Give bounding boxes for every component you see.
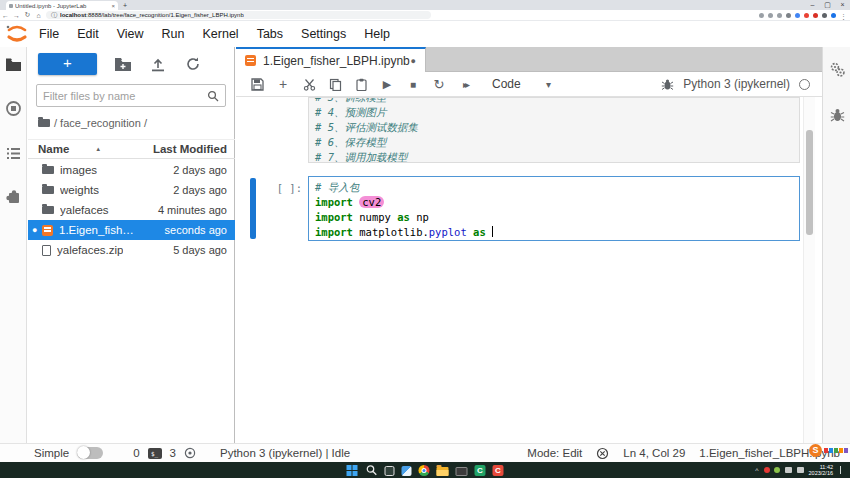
refresh-icon[interactable] (184, 56, 202, 72)
file-row-yalefaces-zip[interactable]: yalefaces.zip5 days ago (28, 240, 235, 260)
cell-collapser[interactable] (250, 178, 256, 239)
notebook-tab[interactable]: 1.Eigen_fisher_LBPH.ipynb ● (236, 47, 426, 72)
menu-view[interactable]: View (108, 21, 153, 47)
table-of-contents-icon[interactable] (5, 145, 22, 162)
minimize-button[interactable]: – (805, 0, 820, 10)
property-inspector-icon[interactable] (829, 61, 846, 78)
debugger-sidebar-icon[interactable] (829, 107, 846, 124)
menu-edit[interactable]: Edit (68, 21, 108, 47)
tray-ime-icon[interactable] (785, 467, 792, 473)
extension-icon[interactable] (786, 13, 791, 18)
running-sessions-icon[interactable] (5, 100, 22, 117)
file-row-1-eigen-fish-[interactable]: ●1.Eigen_fish…seconds ago (28, 220, 235, 240)
run-cell-button[interactable]: ▶ (374, 78, 400, 91)
file-filter-input[interactable] (37, 90, 207, 102)
taskbar-clock[interactable]: 11:42 2023/2/16 (809, 464, 833, 477)
browser-menu-icon[interactable]: ⋮ (840, 13, 845, 18)
debugger-bug-icon[interactable] (661, 78, 674, 91)
cell2-editor[interactable]: # 导入包import cv2import numpy as npimport … (308, 176, 800, 241)
restart-kernel-button[interactable]: ↻ (426, 77, 452, 92)
column-last-modified[interactable]: Last Modified (153, 143, 227, 155)
code-token: pyplot (429, 226, 467, 238)
kernels-count[interactable]: 3 (170, 447, 176, 459)
browser-tab[interactable]: Untitled.ipynb - JupyterLab × (6, 1, 118, 10)
site-info-icon[interactable]: ⓘ (51, 11, 57, 20)
add-cell-button[interactable]: + (270, 76, 296, 92)
search-icon[interactable] (366, 464, 378, 476)
extension-icon[interactable] (831, 13, 836, 18)
sort-ascending-icon[interactable]: ▲ (95, 146, 101, 152)
menu-tabs[interactable]: Tabs (248, 21, 292, 47)
simple-mode-label: Simple (34, 447, 69, 459)
paste-cells-button[interactable] (348, 77, 374, 91)
new-tab-button[interactable]: + (123, 1, 127, 10)
extension-icon[interactable] (795, 13, 800, 18)
file-browser-icon[interactable] (5, 56, 22, 73)
column-name[interactable]: Name (38, 143, 69, 155)
mode-indicator[interactable]: Mode: Edit (527, 447, 582, 459)
cut-cells-button[interactable] (296, 77, 322, 91)
menu-file[interactable]: File (30, 21, 68, 47)
extension-icon[interactable] (768, 13, 773, 18)
cell-type-dropdown[interactable]: Code ▾ (492, 77, 551, 91)
kernel-name[interactable]: Python 3 (ipykernel) (683, 77, 790, 91)
app-red-icon[interactable]: C (493, 465, 504, 476)
extension-icon[interactable] (822, 13, 827, 18)
maximize-button[interactable]: ▢ (820, 0, 835, 10)
reload-icon[interactable]: ↻ (22, 11, 33, 19)
copy-cells-button[interactable] (322, 77, 348, 91)
tray-status-icon[interactable] (764, 467, 770, 473)
cursor-position[interactable]: Ln 4, Col 29 (623, 447, 685, 459)
notebook-scrollbar[interactable] (803, 97, 815, 443)
extension-icon[interactable] (759, 13, 764, 18)
kernel-status-text[interactable]: Python 3 (ipykernel) | Idle (220, 447, 350, 459)
menu-run[interactable]: Run (153, 21, 194, 47)
unsaved-changes-dot[interactable]: ● (411, 56, 416, 66)
terminal-icon[interactable]: $_ (148, 448, 162, 459)
tray-volume-icon[interactable] (797, 467, 804, 473)
restart-run-all-button[interactable]: ▸▸ (452, 79, 478, 90)
explorer-icon[interactable] (437, 467, 449, 476)
windows-taskbar: CC ^ 11:42 2023/2/16 (0, 462, 850, 478)
chrome-icon[interactable] (419, 465, 430, 476)
extension-icon[interactable] (813, 13, 818, 18)
file-row-images[interactable]: images2 days ago (28, 160, 235, 180)
terminal-icon[interactable] (456, 467, 468, 476)
kernel-status-icon[interactable] (799, 79, 810, 90)
tab-close-icon[interactable]: × (111, 3, 115, 9)
menu-kernel[interactable]: Kernel (194, 21, 248, 47)
app-green-icon[interactable]: C (475, 465, 486, 476)
taskview-icon[interactable] (385, 466, 395, 476)
terminals-count[interactable]: 0 (133, 447, 139, 459)
cell1-editor[interactable]: # 3、训练模型# 4、预测图片# 5、评估测试数据集# 6、保存模型# 7、调… (308, 97, 800, 163)
back-icon[interactable]: ← (0, 12, 11, 19)
notebook-content[interactable]: # 3、训练模型# 4、预测图片# 5、评估测试数据集# 6、保存模型# 7、调… (236, 97, 822, 443)
home-icon[interactable]: ⌂ (33, 12, 44, 19)
upload-icon[interactable] (149, 56, 167, 72)
menu-settings[interactable]: Settings (292, 21, 355, 47)
new-folder-icon[interactable] (114, 56, 132, 72)
kernel-sessions-icon[interactable] (184, 447, 196, 459)
file-row-yalefaces[interactable]: yalefaces4 minutes ago (28, 200, 235, 220)
breadcrumb-home-folder-icon[interactable] (38, 119, 50, 127)
new-launcher-button[interactable]: + (38, 53, 97, 75)
tray-expand-icon[interactable]: ^ (755, 467, 758, 474)
address-bar[interactable]: ⓘ localhost:8888/lab/tree/face_recogniti… (46, 11, 431, 19)
close-button[interactable]: × (835, 0, 850, 10)
interrupt-kernel-button[interactable]: ■ (400, 79, 426, 90)
scrollbar-thumb[interactable] (806, 130, 813, 235)
forward-icon[interactable]: → (11, 12, 22, 19)
tray-status-icon[interactable] (774, 467, 780, 473)
widgets-icon[interactable] (402, 466, 412, 476)
extension-icon[interactable] (804, 13, 809, 18)
menu-help[interactable]: Help (355, 21, 399, 47)
save-button[interactable] (244, 77, 270, 91)
show-desktop-button[interactable] (840, 466, 846, 474)
breadcrumb[interactable]: / face_recognition / (38, 115, 147, 131)
windows-icon[interactable] (347, 464, 359, 476)
extension-icon[interactable] (777, 13, 782, 18)
file-row-weights[interactable]: weights2 days ago (28, 180, 235, 200)
extension-manager-icon[interactable] (5, 188, 22, 205)
simple-mode-toggle[interactable] (77, 447, 103, 459)
trust-shield-icon[interactable] (596, 447, 609, 460)
